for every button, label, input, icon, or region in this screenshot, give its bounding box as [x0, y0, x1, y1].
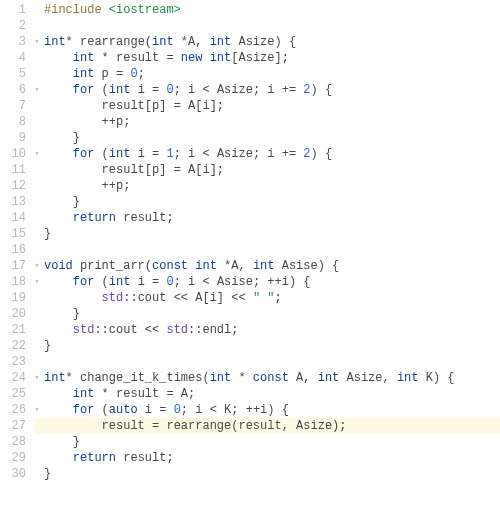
code-line[interactable]: ▾void print_arr(const int *A, int Asise)…	[34, 258, 500, 274]
code-line[interactable]: ++p;	[34, 114, 500, 130]
code-token: i	[267, 147, 274, 161]
code-line[interactable]: std::cout << A[i] << " ";	[34, 290, 500, 306]
code-token: " "	[253, 291, 275, 305]
code-line[interactable]: }	[34, 130, 500, 146]
code-token: int	[210, 35, 232, 49]
code-token: rearrange	[166, 419, 231, 433]
line-number: 24	[4, 370, 26, 386]
code-token: +=	[275, 147, 304, 161]
code-token: result	[238, 419, 281, 433]
code-token: +=	[275, 83, 304, 97]
fold-toggle-icon[interactable]: ▾	[32, 82, 42, 98]
code-line[interactable]: result[p] = A[i];	[34, 98, 500, 114]
code-token: i	[282, 275, 289, 289]
code-token: (	[94, 147, 108, 161]
line-number: 30	[4, 466, 26, 482]
code-token: *	[66, 371, 80, 385]
code-line[interactable]: }	[34, 338, 500, 354]
code-token: int	[152, 35, 174, 49]
fold-toggle-icon[interactable]: ▾	[32, 34, 42, 50]
code-token: 0	[174, 403, 181, 417]
code-token: ];	[210, 99, 224, 113]
code-token: 0	[166, 275, 173, 289]
code-line[interactable]: }	[34, 434, 500, 450]
line-number: 8	[4, 114, 26, 130]
code-token: K	[419, 371, 433, 385]
line-number: 6	[4, 82, 26, 98]
line-number: 25	[4, 386, 26, 402]
code-line[interactable]: ▾ for (int i = 1; i < Asize; i += 2) {	[34, 146, 500, 162]
code-line[interactable]	[34, 242, 500, 258]
code-line[interactable]	[34, 18, 500, 34]
code-editor[interactable]: 1234567891011121314151617181920212223242…	[0, 0, 500, 484]
code-token: ;	[123, 179, 130, 193]
code-token: ; ++	[253, 275, 282, 289]
code-line[interactable]: int p = 0;	[34, 66, 500, 82]
code-line[interactable]: ▾int* rearrange(int *A, int Asize) {	[34, 34, 500, 50]
code-line[interactable]: return result;	[34, 210, 500, 226]
code-token	[44, 307, 73, 321]
line-number: 5	[4, 66, 26, 82]
code-line[interactable]: }	[34, 194, 500, 210]
code-token: (	[202, 371, 209, 385]
code-content[interactable]: #include <iostream>▾int* rearrange(int *…	[34, 0, 500, 484]
code-line[interactable]: int * result = new int[Asize];	[34, 50, 500, 66]
code-token: ;	[166, 211, 173, 225]
code-line[interactable]: ▾ for (int i = 0; i < Asize; i += 2) {	[34, 82, 500, 98]
code-line[interactable]: ++p;	[34, 178, 500, 194]
fold-toggle-icon[interactable]: ▾	[32, 258, 42, 274]
code-token	[44, 419, 102, 433]
code-token: ;	[174, 275, 188, 289]
fold-toggle-icon[interactable]: ▾	[32, 402, 42, 418]
code-line[interactable]: }	[34, 226, 500, 242]
code-token: ::	[188, 323, 202, 337]
code-line[interactable]: return result;	[34, 450, 500, 466]
fold-toggle-icon[interactable]: ▾	[32, 274, 42, 290]
code-token: ) {	[289, 275, 311, 289]
code-line[interactable]: ▾ for (auto i = 0; i < K; ++i) {	[34, 402, 500, 418]
line-number: 13	[4, 194, 26, 210]
code-token: const	[152, 259, 188, 273]
code-token: [	[202, 291, 209, 305]
code-line[interactable]: result[p] = A[i];	[34, 162, 500, 178]
code-token	[44, 387, 73, 401]
code-line[interactable]: }	[34, 466, 500, 482]
line-number: 18	[4, 274, 26, 290]
code-token: *	[231, 371, 253, 385]
code-token: return	[73, 211, 116, 225]
code-token: cout	[138, 291, 167, 305]
code-line[interactable]: result = rearrange(result, Asize);	[34, 418, 500, 434]
code-token: ,	[303, 371, 317, 385]
code-token: for	[73, 275, 95, 289]
code-token: =	[145, 419, 167, 433]
fold-toggle-icon[interactable]: ▾	[32, 146, 42, 162]
line-number: 14	[4, 210, 26, 226]
code-token: std	[166, 323, 188, 337]
code-token: Asize	[238, 51, 274, 65]
code-token: <<	[166, 291, 195, 305]
code-token: ; ++	[231, 403, 260, 417]
code-line[interactable]: #include <iostream>	[34, 2, 500, 18]
code-line[interactable]: }	[34, 306, 500, 322]
code-token	[44, 403, 73, 417]
code-token: ) {	[311, 147, 333, 161]
code-token: ] =	[159, 99, 188, 113]
code-line[interactable]	[34, 354, 500, 370]
fold-toggle-icon[interactable]: ▾	[32, 370, 42, 386]
code-token: }	[73, 435, 80, 449]
code-token: int	[109, 275, 131, 289]
code-token	[44, 451, 73, 465]
code-token: int	[253, 259, 275, 273]
code-token: *	[217, 259, 231, 273]
line-number: 1	[4, 2, 26, 18]
code-line[interactable]: ▾int* change_it_k_times(int * const A, i…	[34, 370, 500, 386]
code-line[interactable]: ▾ for (int i = 0; i < Asise; ++i) {	[34, 274, 500, 290]
code-token: result	[116, 51, 159, 65]
code-token: int	[397, 371, 419, 385]
code-token: (	[145, 259, 152, 273]
code-token: <	[195, 83, 217, 97]
line-number: 11	[4, 162, 26, 178]
code-line[interactable]: int * result = A;	[34, 386, 500, 402]
code-line[interactable]: std::cout << std::endl;	[34, 322, 500, 338]
line-number: 2	[4, 18, 26, 34]
